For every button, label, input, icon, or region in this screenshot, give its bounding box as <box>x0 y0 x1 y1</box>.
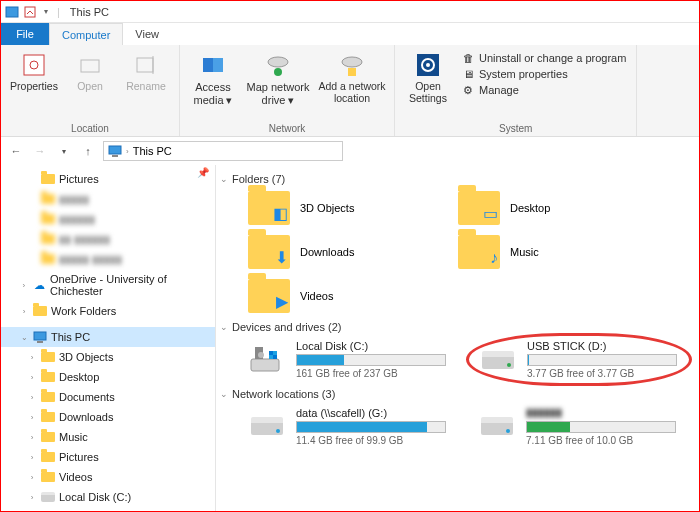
open-button: Open <box>63 49 117 123</box>
tree-downloads[interactable]: ›Downloads <box>1 407 215 427</box>
tree-onedrive[interactable]: ›☁OneDrive - University of Chichester <box>1 275 215 295</box>
tree-videos[interactable]: ›Videos <box>1 467 215 487</box>
network-drive-icon <box>478 411 516 441</box>
network-drive-redacted[interactable]: ▮▮▮▮▮▮ 7.11 GB free of 10.0 GB <box>478 406 678 446</box>
navigation-bar: ← → ▾ ↑ › This PC <box>1 137 699 165</box>
chevron-down-icon: ⌄ <box>220 322 228 332</box>
section-folders: ⌄Folders (7) ◧3D Objects ▭Desktop ⬇Downl… <box>220 173 691 313</box>
chevron-right-icon: › <box>126 147 129 156</box>
svg-rect-0 <box>6 7 18 17</box>
navigation-tree: 📌 Pictures ▮▮▮▮▮ ▮▮▮▮▮▮ ▮▮ ▮▮▮▮▮▮ ▮▮▮▮▮ … <box>1 165 216 512</box>
ribbon-tabs: File Computer View <box>1 23 699 45</box>
tree-work-folders[interactable]: ›Work Folders <box>1 301 215 321</box>
nav-recent-dropdown[interactable]: ▾ <box>55 142 73 160</box>
network-drive-g[interactable]: data (\\scafell) (G:) 11.4 GB free of 99… <box>248 406 448 446</box>
svg-rect-18 <box>34 332 46 340</box>
map-drive-button[interactable]: Map network drive ▾ <box>242 49 314 123</box>
drive-usb-d[interactable]: USB STICK (D:) 3.77 GB free of 3.77 GB <box>479 340 679 379</box>
tree-redacted[interactable]: ▮▮ ▮▮▮▮▮▮ <box>1 229 215 249</box>
folder-downloads[interactable]: ⬇Downloads <box>248 235 428 269</box>
tab-file[interactable]: File <box>1 23 49 45</box>
app-icon <box>5 5 19 19</box>
folder-music[interactable]: ♪Music <box>458 235 638 269</box>
open-icon <box>76 51 104 79</box>
usb-drive-icon <box>479 345 517 375</box>
qat-dropdown-icon[interactable]: ▾ <box>39 5 53 19</box>
manage-icon: ⚙ <box>461 83 475 97</box>
svg-rect-17 <box>112 155 118 157</box>
svg-rect-25 <box>269 355 273 359</box>
svg-rect-4 <box>81 60 99 72</box>
tree-redacted[interactable]: ▮▮▮▮▮ <box>1 189 215 209</box>
nav-up-button[interactable]: ↑ <box>79 142 97 160</box>
open-settings-button[interactable]: Open Settings <box>401 49 455 123</box>
access-media-button[interactable]: Access media ▾ <box>186 49 240 123</box>
rename-button: Rename <box>119 49 173 123</box>
manage-button[interactable]: ⚙Manage <box>461 83 626 97</box>
svg-rect-16 <box>109 146 121 154</box>
content-pane: ⌄Folders (7) ◧3D Objects ▭Desktop ⬇Downl… <box>216 165 699 512</box>
quick-access-toolbar: ▾ <box>23 5 53 19</box>
tab-computer[interactable]: Computer <box>49 23 123 45</box>
section-network-header[interactable]: ⌄Network locations (3) <box>220 388 691 400</box>
tree-redacted[interactable]: ▮▮▮▮▮ ▮▮▮▮▮ <box>1 249 215 269</box>
add-network-location-button[interactable]: Add a network location <box>316 49 388 123</box>
highlight-annotation: USB STICK (D:) 3.77 GB free of 3.77 GB <box>466 333 692 386</box>
svg-rect-24 <box>273 351 277 355</box>
add-network-location-icon <box>338 51 366 79</box>
tree-this-pc[interactable]: ⌄This PC <box>1 327 215 347</box>
tree-music[interactable]: ›Music <box>1 427 215 447</box>
svg-point-22 <box>258 352 264 358</box>
section-folders-header[interactable]: ⌄Folders (7) <box>220 173 691 185</box>
folder-videos[interactable]: ▶Videos <box>248 279 428 313</box>
folder-desktop[interactable]: ▭Desktop <box>458 191 638 225</box>
tree-redacted[interactable]: ▮▮▮▮▮▮ <box>1 209 215 229</box>
drive-local-c[interactable]: Local Disk (C:) 161 GB free of 237 GB <box>248 339 448 380</box>
ribbon: Properties Open Rename Location Access m… <box>1 45 699 137</box>
ribbon-group-network: Access media ▾ Map network drive ▾ Add a… <box>180 45 395 136</box>
titlebar: ▾ | This PC <box>1 1 699 23</box>
svg-rect-1 <box>25 7 35 17</box>
ribbon-group-system: Open Settings 🗑Uninstall or change a pro… <box>395 45 637 136</box>
tree-pictures[interactable]: Pictures <box>1 169 215 189</box>
folder-3d-objects[interactable]: ◧3D Objects <box>248 191 428 225</box>
uninstall-program-button[interactable]: 🗑Uninstall or change a program <box>461 51 626 65</box>
tree-local-disk[interactable]: ›Local Disk (C:) <box>1 487 215 507</box>
svg-point-9 <box>268 57 288 67</box>
section-drives-header[interactable]: ⌄Devices and drives (2) <box>220 321 691 333</box>
properties-button[interactable]: Properties <box>7 49 61 123</box>
svg-rect-19 <box>37 341 43 343</box>
svg-point-15 <box>426 63 430 67</box>
svg-point-11 <box>342 57 362 67</box>
access-media-icon <box>199 51 227 79</box>
system-properties-button[interactable]: 🖥System properties <box>461 67 626 81</box>
address-bar[interactable]: › This PC <box>103 141 343 161</box>
window-title: This PC <box>70 6 109 18</box>
tree-3d-objects[interactable]: ›3D Objects <box>1 347 215 367</box>
tree-sidebar-pictures[interactable]: ›Pictures <box>1 447 215 467</box>
properties-icon <box>20 51 48 79</box>
svg-rect-8 <box>213 58 223 72</box>
svg-rect-7 <box>203 58 213 72</box>
storage-bar <box>296 421 446 433</box>
svg-rect-12 <box>348 68 356 76</box>
this-pc-icon <box>108 144 122 158</box>
main-area: 📌 Pictures ▮▮▮▮▮ ▮▮▮▮▮▮ ▮▮ ▮▮▮▮▮▮ ▮▮▮▮▮ … <box>1 165 699 512</box>
address-text: This PC <box>133 145 172 157</box>
chevron-down-icon: ⌄ <box>220 174 228 184</box>
nav-back-button[interactable]: ← <box>7 142 25 160</box>
ribbon-group-location: Properties Open Rename Location <box>1 45 180 136</box>
tree-documents[interactable]: ›Documents <box>1 387 215 407</box>
pin-icon[interactable]: 📌 <box>197 167 209 178</box>
tree-desktop[interactable]: ›Desktop <box>1 367 215 387</box>
svg-rect-2 <box>24 55 44 75</box>
svg-rect-23 <box>269 351 273 355</box>
tab-view[interactable]: View <box>123 23 171 45</box>
svg-rect-20 <box>251 359 279 371</box>
uninstall-icon: 🗑 <box>461 51 475 65</box>
network-drive-icon <box>248 411 286 441</box>
nav-forward-button: → <box>31 142 49 160</box>
qat-properties-icon[interactable] <box>23 5 37 19</box>
svg-rect-26 <box>273 355 277 359</box>
map-drive-icon <box>264 51 292 79</box>
